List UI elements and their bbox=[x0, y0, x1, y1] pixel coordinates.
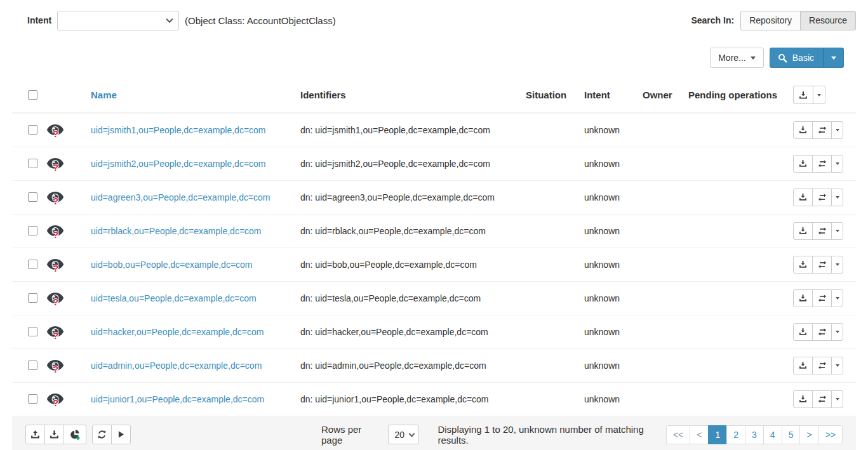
account-name-link[interactable]: uid=bob,ou=People,dc=example,dc=com bbox=[91, 260, 253, 270]
intent-select-wrap bbox=[57, 11, 179, 30]
owner-cell bbox=[638, 382, 683, 416]
pagination-button[interactable]: 4 bbox=[763, 425, 782, 444]
table-download-button[interactable] bbox=[793, 86, 813, 104]
shadow-account-eye-icon: ? bbox=[46, 123, 64, 137]
account-name-link[interactable]: uid=jsmith2,ou=People,dc=example,dc=com bbox=[91, 159, 266, 169]
row-menu-button[interactable] bbox=[831, 121, 843, 139]
refresh-button[interactable] bbox=[92, 425, 112, 444]
row-download-button[interactable] bbox=[793, 256, 813, 274]
pagination-button[interactable]: << bbox=[666, 425, 690, 444]
owner-cell bbox=[638, 113, 683, 147]
row-checkbox[interactable] bbox=[28, 192, 37, 202]
table-download-menu-button[interactable] bbox=[813, 86, 825, 104]
row-menu-button[interactable] bbox=[831, 155, 843, 173]
row-exchange-button[interactable] bbox=[812, 323, 832, 341]
row-checkbox[interactable] bbox=[28, 125, 37, 135]
table-row: ? uid=tesla,ou=People,dc=example,dc=com … bbox=[12, 281, 856, 315]
row-download-button[interactable] bbox=[793, 289, 813, 307]
caret-down-icon bbox=[836, 331, 839, 333]
object-class-note: (Object Class: AccountObjectClass) bbox=[185, 15, 336, 26]
row-checkbox[interactable] bbox=[28, 260, 37, 269]
rows-per-page-select[interactable]: 20 bbox=[388, 425, 419, 444]
row-download-button[interactable] bbox=[793, 323, 813, 341]
table-export-split-button bbox=[793, 86, 825, 104]
create-report-button[interactable] bbox=[63, 425, 86, 444]
intent-select[interactable] bbox=[57, 11, 179, 30]
identifiers-cell: dn: uid=tesla,ou=People,dc=example,dc=co… bbox=[295, 281, 521, 315]
row-exchange-button[interactable] bbox=[812, 222, 832, 240]
basic-search-label: Basic bbox=[792, 53, 814, 63]
row-exchange-button[interactable] bbox=[812, 256, 832, 274]
row-exchange-button[interactable] bbox=[812, 155, 832, 173]
row-menu-button[interactable] bbox=[831, 222, 843, 240]
pagination-button[interactable]: 1 bbox=[708, 425, 727, 444]
row-exchange-button[interactable] bbox=[812, 121, 832, 139]
identifiers-cell: dn: uid=hacker,ou=People,dc=example,dc=c… bbox=[295, 315, 521, 348]
identifiers-cell: dn: uid=agreen3,ou=People,dc=example,dc=… bbox=[295, 180, 521, 214]
row-checkbox[interactable] bbox=[28, 159, 37, 168]
basic-search-split-button: Basic bbox=[770, 48, 844, 68]
row-menu-button[interactable] bbox=[831, 323, 843, 341]
pending-operations-cell bbox=[683, 248, 788, 281]
pagination-button[interactable]: 3 bbox=[745, 425, 764, 444]
download-icon bbox=[799, 227, 807, 235]
row-menu-button[interactable] bbox=[831, 390, 843, 408]
more-button[interactable]: More... bbox=[710, 48, 764, 68]
row-exchange-button[interactable] bbox=[812, 390, 832, 408]
name-column-sort-link[interactable]: Name bbox=[91, 89, 117, 100]
play-button[interactable] bbox=[111, 425, 131, 444]
account-name-link[interactable]: uid=junior1,ou=People,dc=example,dc=com bbox=[91, 394, 264, 404]
pagination-button[interactable]: 2 bbox=[726, 425, 745, 444]
row-download-button[interactable] bbox=[793, 155, 813, 173]
intent-cell: unknown bbox=[579, 248, 638, 281]
download-icon bbox=[799, 126, 807, 134]
pagination-button[interactable]: > bbox=[799, 425, 818, 444]
row-checkbox[interactable] bbox=[28, 226, 37, 235]
identifiers-cell: dn: uid=bob,ou=People,dc=example,dc=com bbox=[295, 248, 521, 281]
row-exchange-button[interactable] bbox=[812, 189, 832, 206]
pagination-button[interactable]: < bbox=[690, 425, 709, 444]
row-exchange-button[interactable] bbox=[812, 289, 832, 307]
account-name-link[interactable]: uid=tesla,ou=People,dc=example,dc=com bbox=[91, 293, 257, 303]
basic-search-dropdown-button[interactable] bbox=[824, 48, 844, 68]
select-all-checkbox[interactable] bbox=[28, 90, 37, 100]
account-name-link[interactable]: uid=agreen3,ou=People,dc=example,dc=com bbox=[91, 192, 270, 202]
download-button[interactable] bbox=[44, 425, 64, 444]
row-checkbox[interactable] bbox=[28, 327, 37, 336]
account-name-link[interactable]: uid=rblack,ou=People,dc=example,dc=com bbox=[91, 226, 262, 236]
row-menu-button[interactable] bbox=[831, 189, 843, 206]
row-checkbox[interactable] bbox=[28, 293, 37, 303]
row-exchange-button[interactable] bbox=[812, 357, 832, 374]
row-download-button[interactable] bbox=[793, 357, 813, 374]
pending-operations-cell bbox=[683, 382, 788, 416]
row-menu-button[interactable] bbox=[831, 256, 843, 274]
search-in-repository-button[interactable]: Repository bbox=[740, 11, 801, 30]
row-download-button[interactable] bbox=[793, 222, 813, 240]
pagination-button[interactable]: >> bbox=[818, 425, 843, 444]
basic-search-button[interactable]: Basic bbox=[770, 48, 824, 68]
row-checkbox[interactable] bbox=[28, 361, 37, 370]
situation-cell bbox=[521, 147, 579, 180]
exchange-icon bbox=[818, 260, 827, 269]
shadow-account-eye-icon: ? bbox=[46, 258, 64, 272]
exchange-icon bbox=[818, 395, 827, 404]
row-download-button[interactable] bbox=[793, 189, 813, 206]
row-download-button[interactable] bbox=[793, 121, 813, 139]
upload-button[interactable] bbox=[25, 425, 45, 444]
account-name-link[interactable]: uid=admin,ou=People,dc=example,dc=com bbox=[91, 361, 262, 371]
unknown-situation-overlay-icon: ? bbox=[53, 297, 58, 307]
row-menu-button[interactable] bbox=[831, 357, 843, 374]
table-body: ? uid=jsmith1,ou=People,dc=example,dc=co… bbox=[12, 113, 856, 416]
table-header-row: Name Identifiers Situation Intent Owner … bbox=[12, 77, 856, 113]
pagination-button[interactable]: 5 bbox=[782, 425, 801, 444]
intent-cell: unknown bbox=[579, 382, 638, 416]
row-actions-group bbox=[793, 189, 843, 206]
row-menu-button[interactable] bbox=[831, 289, 843, 307]
row-checkbox[interactable] bbox=[28, 394, 37, 404]
account-name-link[interactable]: uid=jsmith1,ou=People,dc=example,dc=com bbox=[91, 125, 266, 135]
account-name-link[interactable]: uid=hacker,ou=People,dc=example,dc=com bbox=[91, 327, 264, 337]
search-in-resource-button[interactable]: Resource bbox=[800, 11, 856, 30]
caret-down-icon bbox=[836, 162, 839, 165]
exchange-icon bbox=[818, 126, 827, 135]
row-download-button[interactable] bbox=[793, 390, 813, 408]
